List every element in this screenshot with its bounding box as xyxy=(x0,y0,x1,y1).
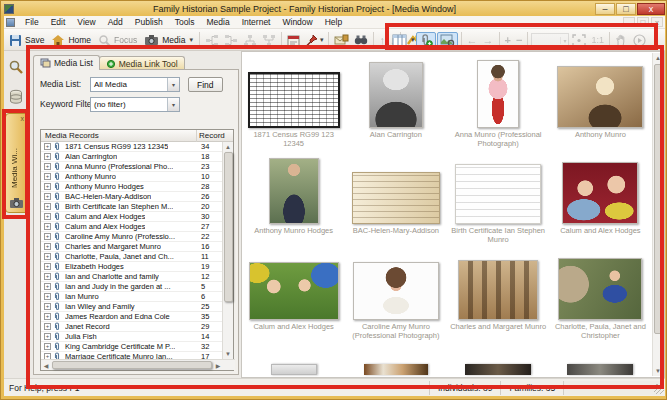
media-record-row[interactable]: + 1871 Census RG99 123 12345 34 xyxy=(41,142,223,152)
media-thumbnail[interactable] xyxy=(455,164,541,224)
media-record-row[interactable]: + Ian and Judy in the garden at ... 5 xyxy=(41,282,223,292)
expand-icon[interactable]: + xyxy=(44,213,51,220)
media-vertical-scrollbar[interactable]: ▲ ▼ xyxy=(652,53,663,376)
media-thumbnail[interactable] xyxy=(557,66,643,128)
expand-icon[interactable]: + xyxy=(44,163,51,170)
media-thumbnail-partial[interactable] xyxy=(364,364,428,375)
media-record-row[interactable]: + Anthony Munro 10 xyxy=(41,172,223,182)
media-thumbnail-partial[interactable] xyxy=(271,364,317,375)
expand-icon[interactable]: + xyxy=(44,253,51,260)
expand-icon[interactable]: + xyxy=(44,143,51,150)
tab-close-icon[interactable]: x xyxy=(21,115,25,122)
media-record-row[interactable]: + Ian and Charlotte and family 12 xyxy=(41,272,223,282)
media-thumbnail[interactable] xyxy=(353,262,439,320)
expand-icon[interactable]: + xyxy=(44,183,51,190)
all-relatives-diagram-icon[interactable] xyxy=(241,33,259,48)
move-up-icon[interactable]: ↑ xyxy=(377,35,387,46)
menu-item-tools[interactable]: Tools xyxy=(169,16,201,28)
media-record-row[interactable]: + King Cambridge Certificate M P... 32 xyxy=(41,342,223,352)
media-record-row[interactable]: + James Reardon and Edna Cole 35 xyxy=(41,312,223,322)
media-thumbnail[interactable] xyxy=(352,172,440,224)
media-thumbnail[interactable] xyxy=(249,262,339,320)
expand-icon[interactable]: + xyxy=(44,233,51,240)
media-grid-item[interactable]: Caroline Amy Munro (Professional Photogr… xyxy=(346,248,445,340)
forward-icon[interactable]: → xyxy=(481,35,496,46)
mdi-minimize-button[interactable]: – xyxy=(623,17,635,27)
media-thumbnail-partial[interactable] xyxy=(465,364,531,375)
media-window-side-tab[interactable]: x Media Wi... xyxy=(5,113,27,213)
expand-icon[interactable]: + xyxy=(44,223,51,230)
search-tool-icon[interactable] xyxy=(8,59,24,75)
menu-item-publish[interactable]: Publish xyxy=(129,16,169,28)
media-list-combobox[interactable]: All Media▾ xyxy=(90,77,180,92)
media-thumbnail-partial[interactable] xyxy=(567,364,633,375)
media-grid-item[interactable]: Anthony Munro xyxy=(551,56,650,148)
resize-grip[interactable] xyxy=(654,384,664,394)
media-record-row[interactable]: + BAC-Helen-Mary-Addison 26 xyxy=(41,192,223,202)
expand-icon[interactable]: + xyxy=(44,243,51,250)
expand-icon[interactable]: + xyxy=(44,303,51,310)
media-record-row[interactable]: + Alan Carrington 18 xyxy=(41,152,223,162)
menu-item-internet[interactable]: Internet xyxy=(236,16,277,28)
expand-icon[interactable]: + xyxy=(44,283,51,290)
everyone-diagram-icon[interactable] xyxy=(260,33,278,48)
descendants-diagram-icon[interactable] xyxy=(222,33,240,48)
pan-hand-icon[interactable] xyxy=(613,33,630,48)
pushpin-icon[interactable]: ▾ xyxy=(303,33,326,48)
media-record-row[interactable]: + Calum and Alex Hodges 30 xyxy=(41,212,223,222)
expand-icon[interactable]: + xyxy=(44,293,51,300)
focus-button[interactable]: Focus xyxy=(95,32,140,49)
media-record-row[interactable]: + Ian Wiley and Family 25 xyxy=(41,302,223,312)
media-grid-item[interactable]: BAC-Helen-Mary-Addison xyxy=(346,152,445,244)
records-list-header[interactable]: Media Records Record Id xyxy=(41,130,233,142)
media-record-row[interactable]: + Birth Certificate Ian Stephen M... 20 xyxy=(41,202,223,212)
media-grid-item[interactable]: Alan Carrington xyxy=(346,56,445,148)
media-record-row[interactable]: + Julia Fish 14 xyxy=(41,332,223,342)
expand-icon[interactable]: + xyxy=(44,203,51,210)
media-grid-item[interactable]: Calum and Alex Hodges xyxy=(244,248,343,340)
media-thumbnail[interactable] xyxy=(458,260,538,320)
media-record-row[interactable]: + Charlotte, Paula, Janet and Ch... 11 xyxy=(41,252,223,262)
fit-to-window-icon[interactable] xyxy=(570,33,588,48)
media-record-row[interactable]: + Calum and Alex Hodges 27 xyxy=(41,222,223,232)
database-icon[interactable] xyxy=(8,89,24,105)
play-slideshow-icon[interactable] xyxy=(631,33,648,48)
media-grid-item[interactable]: Charles and Margaret Munro xyxy=(449,248,548,340)
media-grid-item[interactable]: 1871 Census RG99 123 12345 xyxy=(244,56,343,148)
expand-icon[interactable]: + xyxy=(44,323,51,330)
menu-item-help[interactable]: Help xyxy=(319,16,348,28)
keyword-filter-combobox[interactable]: (no filter)▾ xyxy=(90,97,180,112)
menu-item-window[interactable]: Window xyxy=(276,16,318,28)
columns-icon[interactable] xyxy=(390,33,409,48)
menu-item-edit[interactable]: Edit xyxy=(45,16,72,28)
media-button[interactable]: Media▾ xyxy=(141,32,196,48)
expand-icon[interactable]: + xyxy=(44,263,51,270)
media-thumbnail[interactable] xyxy=(477,60,519,128)
menu-item-file[interactable]: File xyxy=(19,16,45,28)
ancestors-diagram-icon[interactable] xyxy=(203,33,221,48)
binoculars-icon[interactable] xyxy=(352,33,370,47)
media-record-row[interactable]: + Ian Munro 6 xyxy=(41,292,223,302)
media-grid-item[interactable]: Anthony Munro Hodges xyxy=(244,152,343,244)
media-link-icon[interactable] xyxy=(416,32,436,49)
media-grid-item[interactable]: Calum and Alex Hodges xyxy=(551,152,650,244)
calendar-icon[interactable] xyxy=(285,33,302,48)
back-icon[interactable]: ← xyxy=(465,35,480,46)
media-grid-item[interactable]: Charlotte, Paula, Janet and Christopher xyxy=(551,248,650,340)
media-thumbnail[interactable] xyxy=(369,62,423,128)
media-record-row[interactable]: + Anna Munro (Professional Pho... 23 xyxy=(41,162,223,172)
media-grid-item[interactable]: Birth Certificate Ian Stephen Munro xyxy=(449,152,548,244)
home-button[interactable]: Home xyxy=(48,32,94,49)
restore-button[interactable]: □ xyxy=(616,3,636,15)
zoom-level-combobox[interactable]: ▾ xyxy=(531,33,569,47)
tab-media-list[interactable]: Media List xyxy=(33,55,100,70)
expand-icon[interactable]: + xyxy=(44,333,51,340)
find-button[interactable]: Find xyxy=(188,77,223,92)
records-horizontal-scrollbar[interactable]: ◀ ▶ xyxy=(41,359,235,370)
menu-item-add[interactable]: Add xyxy=(102,16,129,28)
letter-icon[interactable] xyxy=(332,33,351,47)
close-button[interactable]: x xyxy=(637,3,665,15)
expand-icon[interactable]: + xyxy=(44,153,51,160)
columns-dropdown-icon[interactable]: ▾ xyxy=(411,36,415,44)
media-thumbnail[interactable] xyxy=(562,162,638,224)
